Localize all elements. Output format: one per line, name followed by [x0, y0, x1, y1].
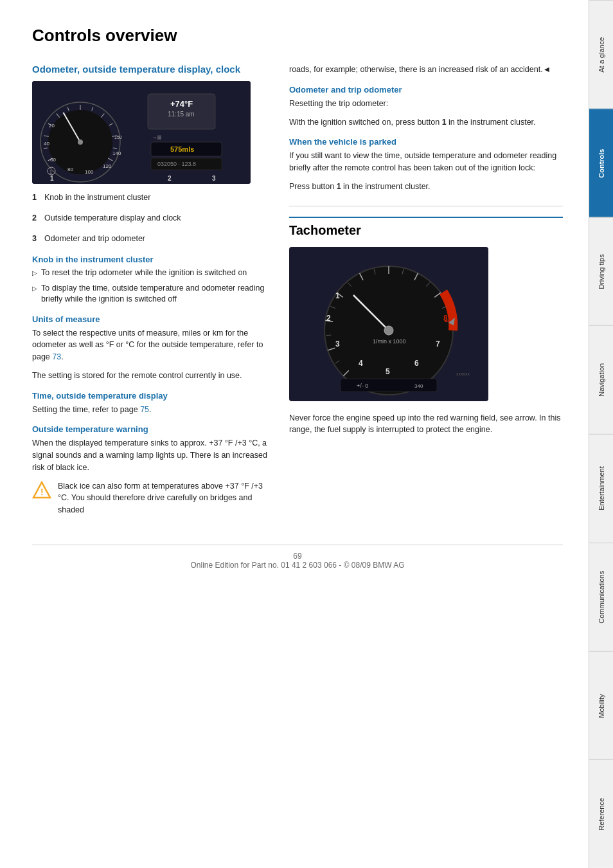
- parked-heading: When the vehicle is parked: [289, 137, 563, 147]
- instrument-cluster-image: 20 40 60 80 100 120 140 150 1: [32, 81, 251, 184]
- outside-temp-text: When the displayed temperature sinks to …: [32, 437, 270, 473]
- svg-text:+74°F: +74°F: [170, 99, 193, 109]
- units-heading: Units of measure: [32, 314, 270, 324]
- parked-text2: Press button 1 in the instrument cluster…: [289, 181, 563, 193]
- svg-text:40: 40: [44, 141, 49, 147]
- sidebar-tab-navigation[interactable]: Navigation: [589, 325, 613, 434]
- svg-text:xxxxxx: xxxxxx: [456, 372, 470, 376]
- instrument-labels: 1 Knob in the instrument cluster: [32, 193, 270, 202]
- sidebar-tab-entertainment[interactable]: Entertainment: [589, 434, 613, 543]
- knob-bullet-2: ▷ To display the time, outside temperatu…: [32, 283, 270, 305]
- svg-text:→iii: →iii: [152, 134, 161, 141]
- svg-text:120: 120: [103, 163, 112, 169]
- svg-text:5: 5: [386, 367, 390, 376]
- svg-text:140: 140: [112, 150, 121, 156]
- svg-text:575mls: 575mls: [170, 145, 194, 153]
- page-title: Controls overview: [32, 26, 563, 46]
- outside-temp-heading: Outside temperature warning: [32, 424, 270, 434]
- odometer-text2: With the ignition switched on, press but…: [289, 116, 563, 129]
- svg-text:80: 80: [67, 167, 73, 172]
- right-column: roads, for example; otherwise, there is …: [289, 64, 563, 525]
- label-1: 1 Knob in the instrument cluster: [32, 193, 150, 202]
- left-column: Odometer, outside temperature display, c…: [32, 64, 270, 525]
- section1-heading: Odometer, outside temperature display, c…: [32, 64, 270, 75]
- page-number: 69: [293, 552, 301, 561]
- knob-bullet-list: ▷ To reset the trip odometer while the i…: [32, 267, 270, 305]
- svg-text:11:15 am: 11:15 am: [168, 111, 195, 118]
- page-footer: 69 Online Edition for Part no. 01 41 2 6…: [32, 545, 563, 570]
- svg-text:6: 6: [414, 359, 419, 368]
- sidebar-tab-communications[interactable]: Communications: [589, 543, 613, 651]
- svg-text:2: 2: [326, 314, 331, 323]
- svg-text:20: 20: [49, 123, 55, 129]
- tachometer-text: Never force the engine speed up into the…: [289, 412, 563, 437]
- svg-text:1: 1: [49, 170, 52, 174]
- label-2: 2 Outside temperature display and clock: [32, 213, 181, 222]
- warning-box-text: Black ice can also form at temperatures …: [58, 480, 270, 516]
- tachometer-heading: Tachometer: [289, 217, 563, 238]
- odometer-heading: Odometer and trip odometer: [289, 85, 563, 95]
- time-heading: Time, outside temperature display: [32, 391, 270, 401]
- sidebar: At a glance Controls Driving tips Naviga…: [589, 0, 613, 868]
- units-text: To select the respective units of measur…: [32, 327, 270, 363]
- sidebar-tab-reference[interactable]: Reference: [589, 759, 613, 868]
- knob-heading: Knob in the instrument cluster: [32, 255, 270, 264]
- time-page-ref[interactable]: 75: [140, 405, 149, 414]
- svg-text:60: 60: [50, 157, 56, 163]
- svg-point-70: [384, 326, 393, 335]
- sidebar-tab-mobility[interactable]: Mobility: [589, 651, 613, 760]
- main-content: Controls overview Odometer, outside temp…: [0, 0, 589, 589]
- label-3: 3 Odometer and trip odometer: [32, 234, 145, 243]
- footer-text: Online Edition for Part no. 01 41 2 603 …: [190, 561, 404, 570]
- time-text: Setting the time, refer to page 75.: [32, 404, 270, 416]
- svg-text:3: 3: [212, 175, 216, 182]
- svg-text:7: 7: [436, 339, 440, 348]
- sidebar-tab-driving-tips[interactable]: Driving tips: [589, 217, 613, 326]
- svg-text:100: 100: [85, 169, 94, 175]
- knob-bullet-1: ▷ To reset the trip odometer while the i…: [32, 267, 270, 279]
- svg-text:032050 · 123.8: 032050 · 123.8: [157, 161, 196, 167]
- svg-text:2: 2: [168, 175, 172, 182]
- units-page-ref[interactable]: 73: [52, 352, 61, 361]
- bullet-arrow-icon: ▷: [32, 284, 37, 293]
- svg-text:+/- 0: +/- 0: [357, 383, 368, 389]
- svg-text:1: 1: [50, 175, 54, 182]
- sidebar-tab-at-a-glance[interactable]: At a glance: [589, 0, 613, 109]
- svg-text:3: 3: [335, 339, 340, 348]
- instrument-labels-3: 3 Odometer and trip odometer: [32, 234, 270, 243]
- instrument-labels-2: 2 Outside temperature display and clock: [32, 213, 270, 222]
- svg-text:!: !: [40, 487, 44, 497]
- svg-text:8: 8: [443, 314, 448, 323]
- odometer-text: Resetting the trip odometer:: [289, 98, 563, 110]
- bullet-arrow-icon: ▷: [32, 269, 37, 278]
- warning-box: ! Black ice can also form at temperature…: [32, 480, 270, 516]
- parked-text: If you still want to view the time, outs…: [289, 150, 563, 174]
- svg-text:4: 4: [359, 359, 363, 368]
- tachometer-image: 1 2 3 4 5 6 7 8 1/min x 1000: [289, 247, 563, 403]
- svg-text:1/min x 1000: 1/min x 1000: [373, 338, 406, 345]
- intro-text: roads, for example; otherwise, there is …: [289, 64, 563, 76]
- section-divider: [289, 206, 563, 206]
- svg-text:340: 340: [414, 383, 423, 389]
- sidebar-tab-controls[interactable]: Controls: [589, 109, 613, 217]
- units-text2: The setting is stored for the remote con…: [32, 370, 270, 382]
- warning-triangle-icon: !: [32, 481, 51, 499]
- svg-point-24: [78, 140, 83, 145]
- two-column-layout: Odometer, outside temperature display, c…: [32, 64, 563, 525]
- svg-text:150: 150: [114, 135, 122, 140]
- svg-text:1: 1: [335, 291, 340, 300]
